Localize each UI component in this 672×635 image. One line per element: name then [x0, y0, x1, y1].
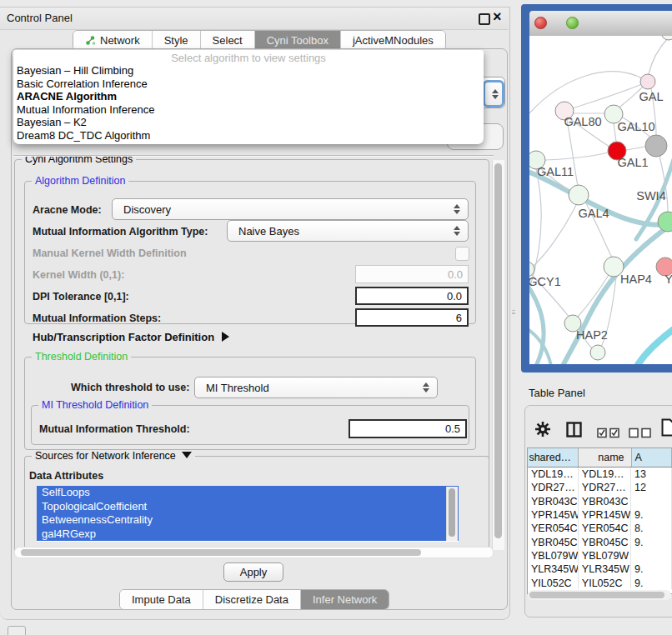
- network-node[interactable]: [590, 345, 605, 360]
- column-header-A[interactable]: A: [632, 448, 672, 467]
- splitter-handle[interactable]: [511, 307, 516, 317]
- table-row[interactable]: YBL079WYBL079W: [528, 549, 672, 562]
- kernel-width-field: 0.0: [355, 265, 469, 283]
- network-window-titlebar[interactable]: [529, 11, 672, 37]
- float-panel-icon[interactable]: [479, 13, 490, 25]
- table-row[interactable]: YDR27…YDR27…12: [528, 481, 672, 494]
- table-row[interactable]: YIL052CYIL052C9.: [528, 576, 672, 589]
- attribute-item[interactable]: TopologicalCoefficient: [37, 500, 459, 514]
- kernel-width-label: Kernel Width (0,1):: [33, 269, 124, 281]
- apply-button[interactable]: Apply: [223, 562, 283, 582]
- network-node-gal4[interactable]: [569, 185, 589, 205]
- table-row[interactable]: YER054CYER054C8.: [528, 522, 672, 535]
- mi-steps-field[interactable]: 6: [355, 308, 469, 327]
- network-node[interactable]: [645, 135, 667, 157]
- network-node-swi4[interactable]: [658, 212, 672, 232]
- document-icon[interactable]: [661, 418, 672, 440]
- mi-threshold-label: Mutual Information Threshold:: [39, 423, 190, 435]
- table-row[interactable]: YBR043CYBR043C: [528, 495, 672, 508]
- algorithm-option[interactable]: Bayesian – Hill Climbing: [17, 64, 480, 78]
- tab-label: Network: [100, 34, 140, 47]
- tab-discretize-data[interactable]: Discretize Data: [203, 590, 301, 609]
- network-icon: [85, 35, 96, 46]
- manual-kernel-label: Manual Kernel Width Definition: [33, 248, 187, 259]
- settings-horizontal-scrollbar[interactable]: [14, 547, 494, 558]
- node-table[interactable]: shared…nameA YDL19…YDL19…13YDR27…YDR27…1…: [527, 448, 672, 594]
- table-cell: YLR345W: [579, 562, 631, 576]
- column-header-shared[interactable]: shared…: [528, 448, 579, 467]
- hub-definition-toggle[interactable]: Hub/Transcription Factor Definition: [33, 331, 229, 343]
- algorithm-option[interactable]: Dream8 DC_TDC Algorithm: [17, 129, 480, 142]
- algorithm-option[interactable]: ARACNE Algorithm: [17, 90, 480, 103]
- tab-label: Cyni Toolbox: [267, 34, 328, 47]
- collapsed-panel-box[interactable]: [8, 626, 26, 635]
- kernel-width-value: 0.0: [448, 268, 463, 281]
- gear-icon[interactable]: [534, 421, 551, 441]
- node-label: SWI4: [636, 189, 665, 202]
- tab-cyni-toolbox[interactable]: Cyni Toolbox: [255, 31, 341, 50]
- attribute-item[interactable]: gal4RGexp: [37, 528, 459, 542]
- data-attributes-list[interactable]: SelfLoopsTopologicalCoefficientBetweenne…: [37, 486, 459, 542]
- minimize-window-icon[interactable]: [550, 17, 561, 28]
- aracne-mode-value: Discovery: [123, 203, 171, 216]
- table-cell: YER054C: [579, 522, 631, 535]
- tab-impute-data[interactable]: Impute Data: [120, 590, 203, 609]
- tab-select[interactable]: Select: [201, 31, 255, 50]
- which-threshold-combobox[interactable]: MI Threshold: [194, 377, 438, 398]
- zoom-window-icon[interactable]: [566, 17, 579, 29]
- groupbox-divider: [13, 155, 494, 156]
- settings-scroll-thumb[interactable]: [494, 163, 502, 538]
- tab-label: Select: [213, 34, 243, 47]
- tab-network[interactable]: Network: [73, 31, 153, 50]
- mi-threshold-field[interactable]: 0.5: [349, 419, 467, 438]
- mi-algorithm-type-combobox[interactable]: Naive Bayes: [227, 220, 469, 242]
- combobox-arrow-button[interactable]: [483, 80, 504, 108]
- close-panel-icon[interactable]: ×: [493, 8, 502, 26]
- algorithm-dropdown-popup: Select algorithm to view settings Bayesi…: [13, 50, 484, 144]
- tab-jactivemnodules[interactable]: jActiveMNodules: [341, 31, 445, 50]
- tab-label: Discretize Data: [215, 593, 288, 606]
- table-row[interactable]: YDL19…YDL19…13: [528, 468, 672, 481]
- attribute-item[interactable]: SelfLoops: [37, 486, 459, 500]
- attributes-vertical-scrollbar[interactable]: [446, 487, 458, 541]
- attribute-item[interactable]: BetweennessCentrality: [37, 513, 459, 528]
- algorithm-option[interactable]: Mutual Information Inference: [17, 103, 480, 117]
- select-all-icon[interactable]: [597, 427, 620, 442]
- column-browser-icon[interactable]: [566, 422, 582, 441]
- network-node[interactable]: [661, 36, 672, 40]
- dpi-tolerance-value: 0.0: [447, 290, 462, 302]
- table-cell: 9.: [631, 535, 672, 548]
- manual-kernel-checkbox[interactable]: [455, 247, 469, 261]
- node-label: GCY1: [529, 275, 561, 288]
- attributes-scroll-thumb[interactable]: [449, 488, 455, 537]
- tab-label: Style: [164, 34, 188, 47]
- sources-toggle[interactable]: Sources for Network Inference: [32, 450, 195, 462]
- aracne-mode-combobox[interactable]: Discovery: [112, 198, 469, 220]
- column-header-name[interactable]: name: [579, 448, 631, 467]
- settings-hscroll-thumb[interactable]: [21, 549, 421, 556]
- threshold-definition-title: Threshold Definition: [32, 351, 131, 362]
- table-cell: YPR145W: [579, 508, 631, 522]
- table-row[interactable]: YLR345WYLR345W9.: [528, 562, 672, 576]
- dpi-tolerance-field[interactable]: 0.0: [355, 287, 469, 305]
- tab-style[interactable]: Style: [153, 31, 201, 50]
- network-canvas[interactable]: GALGAL80GAL10GAL1GAL11GAL4SWI4GCY1HAP4YH…: [529, 36, 672, 364]
- tab-infer-network[interactable]: Infer Network: [301, 590, 389, 609]
- table-row[interactable]: YPR145WYPR145W9.: [528, 508, 672, 522]
- table-cell: YIL052C: [579, 576, 631, 589]
- table-row[interactable]: YBR045CYBR045C9.: [528, 535, 672, 548]
- algorithm-definition-title: Algorithm Definition: [32, 175, 128, 187]
- algorithm-option[interactable]: Bayesian – K2: [17, 116, 480, 129]
- algorithm-option[interactable]: Basic Correlation Inference: [17, 78, 480, 91]
- down-arrow-icon: [423, 388, 429, 392]
- table-hscroll-thumb[interactable]: [529, 592, 664, 598]
- network-node-gal[interactable]: [640, 74, 655, 89]
- table-horizontal-scrollbar[interactable]: [528, 590, 671, 600]
- settings-vertical-scrollbar[interactable]: [492, 160, 504, 550]
- hub-definition-label: Hub/Transcription Factor Definition: [33, 331, 214, 343]
- close-window-icon[interactable]: [534, 17, 547, 29]
- deselect-all-icon[interactable]: [629, 427, 652, 442]
- down-arrow-icon: [492, 95, 499, 99]
- node-label: HAP2: [576, 328, 608, 342]
- node-label: HAP4: [620, 272, 652, 286]
